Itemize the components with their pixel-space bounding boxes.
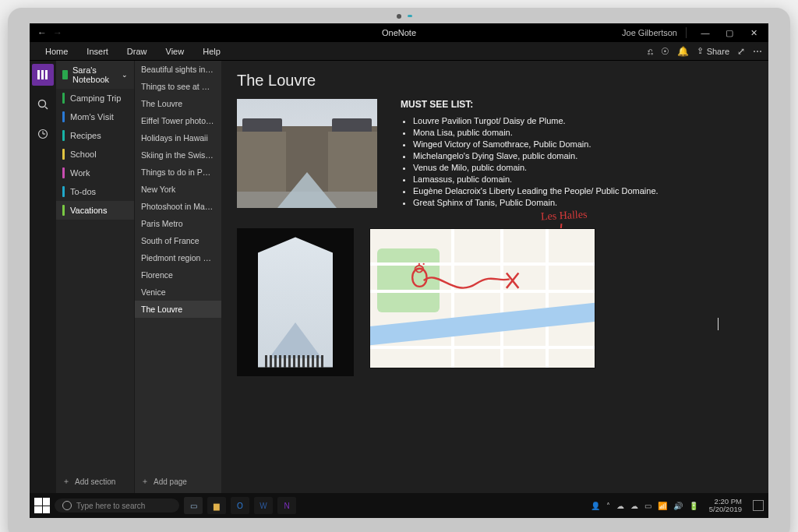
clock-date: 5/20/2019 bbox=[709, 506, 742, 513]
content-row-2: Les Halles bbox=[237, 228, 753, 376]
page-item[interactable]: Paris Metro bbox=[135, 215, 221, 232]
section-swatch bbox=[62, 205, 65, 216]
list-item[interactable]: Mona Lisa, public domain. bbox=[413, 128, 659, 137]
must-see-list[interactable]: MUST SEE LIST: Louvre Pavilion Turgot/ D… bbox=[401, 99, 659, 210]
nav-back-icon[interactable]: ← bbox=[37, 27, 47, 38]
notebook-picker[interactable]: Sara's Notebook ⌄ bbox=[56, 61, 134, 89]
page-item[interactable]: The Louvre bbox=[135, 95, 221, 112]
notebook-icon bbox=[62, 70, 68, 79]
page-item[interactable]: Photoshoot in Manarola bbox=[135, 198, 221, 215]
search-rail-icon[interactable] bbox=[32, 93, 54, 115]
add-page-label: Add page bbox=[154, 477, 187, 486]
word-icon[interactable]: W bbox=[254, 497, 273, 514]
list-item[interactable]: Lamassus, public domain. bbox=[413, 174, 659, 184]
ink-path[interactable] bbox=[406, 262, 531, 315]
list-item[interactable]: Louvre Pavilion Turgot/ Daisy de Plume. bbox=[413, 116, 659, 125]
minimize-button[interactable]: — bbox=[695, 23, 715, 42]
svg-rect-1 bbox=[41, 70, 44, 79]
network-icon[interactable]: ▭ bbox=[644, 502, 651, 510]
close-button[interactable]: ✕ bbox=[743, 23, 764, 42]
section-item-camping-trip[interactable]: Camping Trip bbox=[56, 89, 134, 107]
maximize-button[interactable]: ▢ bbox=[719, 23, 740, 42]
content-row-1: MUST SEE LIST: Louvre Pavilion Turgot/ D… bbox=[237, 99, 753, 210]
list-item[interactable]: Venus de Milo, public domain. bbox=[413, 163, 659, 172]
people-icon[interactable]: 👤 bbox=[591, 502, 600, 510]
note-canvas[interactable]: The Louvre MUST SEE LIST: L bbox=[221, 61, 768, 493]
add-page-button[interactable]: ＋ Add page bbox=[135, 470, 221, 493]
section-item-moms-visit[interactable]: Mom's Visit bbox=[56, 107, 134, 126]
ribbon: Home Insert Draw View Help ⎌ ☉ 🔔 ⇪ Share… bbox=[30, 42, 768, 61]
page-item[interactable]: Venice bbox=[135, 284, 221, 301]
section-item-vacations[interactable]: Vacations bbox=[56, 201, 134, 220]
add-section-button[interactable]: ＋ Add section bbox=[56, 470, 134, 493]
notebooks-icon bbox=[37, 69, 49, 81]
page-item[interactable]: Beautiful sights in Paris bbox=[135, 61, 221, 78]
taskbar-clock[interactable]: 2:20 PM 5/20/2019 bbox=[709, 498, 742, 514]
battery-icon[interactable]: 🔋 bbox=[689, 502, 698, 510]
page-item[interactable]: Florence bbox=[135, 266, 221, 284]
ribbon-tab-view[interactable]: View bbox=[157, 42, 194, 60]
ribbon-tab-home[interactable]: Home bbox=[36, 42, 77, 60]
list-item[interactable]: Michelangelo's Dying Slave, public domai… bbox=[413, 151, 659, 160]
ribbon-tab-insert[interactable]: Insert bbox=[77, 42, 118, 60]
onenote-taskbar-icon[interactable]: N bbox=[277, 497, 296, 514]
plus-icon: ＋ bbox=[62, 476, 70, 487]
svg-point-3 bbox=[39, 100, 46, 107]
image-map[interactable] bbox=[369, 228, 595, 368]
image-louvre-arch[interactable] bbox=[237, 228, 354, 376]
separator bbox=[686, 27, 687, 38]
onenote-brand-icon[interactable] bbox=[32, 64, 54, 86]
onedrive-icon[interactable]: ☁ bbox=[630, 502, 638, 510]
section-item-work[interactable]: Work bbox=[56, 164, 134, 182]
wifi-icon[interactable]: 📶 bbox=[658, 502, 667, 510]
recent-rail-icon[interactable] bbox=[32, 123, 54, 145]
page-item[interactable]: South of France bbox=[135, 232, 221, 249]
action-center-icon[interactable] bbox=[753, 500, 764, 511]
more-icon[interactable]: ⋯ bbox=[753, 46, 762, 57]
start-button[interactable] bbox=[34, 498, 50, 513]
outlook-icon[interactable]: O bbox=[231, 497, 249, 514]
taskbar: Type here to search ▭ ▆ O W N 👤 ˄ ☁ ☁ ▭ … bbox=[30, 493, 768, 518]
page-item[interactable]: Skiing in the Swiss Alps bbox=[135, 146, 221, 164]
list-item[interactable]: Great Sphinx of Tanis, Public Domain. bbox=[413, 198, 659, 207]
ribbon-tab-draw[interactable]: Draw bbox=[118, 42, 157, 60]
list-item[interactable]: Eugène Delacroix's Liberty Leading the P… bbox=[413, 186, 659, 196]
volume-icon[interactable]: 🔊 bbox=[673, 502, 683, 510]
section-swatch bbox=[62, 130, 65, 141]
task-view-icon[interactable]: ▭ bbox=[184, 497, 203, 514]
page-item[interactable]: Things to do in Paris bbox=[135, 164, 221, 181]
ribbon-tab-help[interactable]: Help bbox=[193, 42, 230, 60]
nav-forward-icon[interactable]: → bbox=[53, 27, 62, 38]
taskbar-search[interactable]: Type here to search bbox=[55, 499, 179, 513]
section-item-recipes[interactable]: Recipes bbox=[56, 126, 134, 145]
onedrive-icon[interactable]: ☁ bbox=[616, 502, 624, 510]
page-item[interactable]: New York bbox=[135, 181, 221, 198]
page-item[interactable]: Holidays in Hawaii bbox=[135, 129, 221, 146]
section-item-school[interactable]: School bbox=[56, 145, 134, 164]
page-item[interactable]: Things to see at Notre… bbox=[135, 78, 221, 95]
page-item[interactable]: Piedmont region viney… bbox=[135, 249, 221, 266]
tray-chevron-icon[interactable]: ˄ bbox=[606, 502, 610, 510]
share-button[interactable]: ⇪ Share bbox=[697, 46, 729, 56]
page-item[interactable]: Eiffel Tower photoshoot bbox=[135, 112, 221, 129]
add-section-label: Add section bbox=[75, 477, 115, 486]
text-caret bbox=[718, 318, 719, 330]
undo-icon[interactable]: ⎌ bbox=[648, 46, 653, 57]
image-louvre-exterior[interactable] bbox=[237, 99, 377, 208]
user-name[interactable]: Joe Gilbertson bbox=[622, 28, 677, 37]
section-swatch bbox=[62, 149, 65, 160]
section-label: Camping Trip bbox=[70, 93, 121, 103]
must-see-ul: Louvre Pavilion Turgot/ Daisy de Plume. … bbox=[413, 116, 659, 207]
bell-icon[interactable]: 🔔 bbox=[677, 46, 689, 57]
page-title[interactable]: The Louvre bbox=[237, 72, 753, 90]
fullscreen-icon[interactable]: ⤢ bbox=[737, 46, 745, 57]
road-shape bbox=[546, 229, 549, 368]
section-item-todos[interactable]: To-dos bbox=[56, 182, 134, 201]
file-explorer-icon[interactable]: ▆ bbox=[207, 497, 226, 514]
lightbulb-icon[interactable]: ☉ bbox=[661, 46, 669, 57]
list-item[interactable]: Winged Victory of Samothrace, Public Dom… bbox=[413, 139, 659, 149]
page-item[interactable]: The Louvre bbox=[135, 301, 221, 318]
svg-point-8 bbox=[418, 262, 420, 264]
roof-shape bbox=[242, 118, 281, 132]
ink-annotation-label[interactable]: Les Halles bbox=[541, 208, 588, 223]
